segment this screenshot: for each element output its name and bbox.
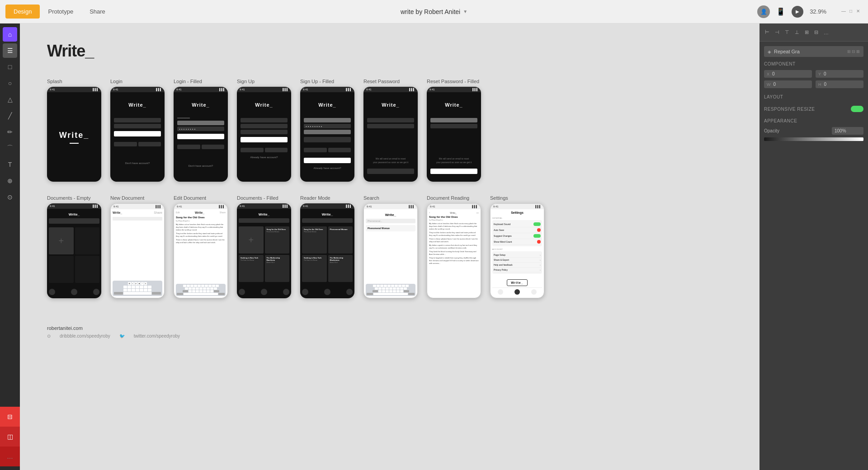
play-button[interactable]: ▶	[792, 6, 803, 18]
phone-reset: 9:41▌▌▌ Write_ We will send an email to …	[363, 87, 418, 182]
screen-label-signup-filled: Sign Up - Filled	[300, 79, 354, 84]
rp-align-right[interactable]: ⊤	[783, 28, 791, 36]
screen-edit-doc: Edit Document 9:41▌▌▌ Edit Write_ Share …	[174, 195, 228, 298]
rp-btn-2[interactable]: ⊟	[852, 49, 855, 54]
maximize-button[interactable]: □	[847, 7, 854, 14]
rp-align-left[interactable]: ⊢	[763, 28, 771, 36]
line-icon[interactable]: ╱	[3, 108, 17, 123]
circle-icon[interactable]: ○	[3, 76, 17, 90]
text-icon[interactable]: T	[3, 157, 17, 172]
screen-reset-password: Reset Password 9:41▌▌▌ Write_ We will se…	[363, 79, 418, 182]
screen-reset-filled: Reset Password - Filled 9:41▌▌▌ Write_ W…	[427, 79, 481, 182]
opacity-slider[interactable]	[764, 137, 863, 141]
layout-title: LAYOUT	[764, 94, 863, 99]
right-panel: ⊢ ⊣ ⊤ ⊥ ⊞ ⊟ … ◈ Repeat Gra ⊞ ⊟ ⊠ COMPONE…	[760, 24, 868, 470]
screen-doc-reading: Document Reading 9:41▌▌▌ ‹ Write_ ••• So…	[427, 195, 481, 298]
minimize-button[interactable]: —	[840, 7, 847, 14]
prototype-tab[interactable]: Prototype	[40, 5, 81, 19]
screen-new-doc: New Document 9:41▌▌▌ Write_ Share	[110, 195, 165, 298]
screens-row-2: Documents - Empty 9:41▌▌▌ Write_ +	[47, 195, 732, 298]
layout-section: LAYOUT	[764, 94, 863, 99]
share-tab[interactable]: Share	[81, 5, 113, 19]
page-title: Write_	[47, 42, 732, 61]
footer-twitter-link[interactable]: twitter.com/speedyroby	[134, 334, 180, 338]
opacity-label: Opacity	[764, 128, 779, 133]
responsive-resize-section: RESPONSIVE RESIZE	[764, 106, 863, 112]
footer-website: robertanitei.com	[47, 325, 732, 331]
phone-login-filled: 9:41▌▌▌ Write_ •••••••••••••••• ••••••••	[174, 87, 228, 182]
screen-label-reader: Reader Mode	[300, 195, 354, 201]
screen-label-docs-empty: Documents - Empty	[47, 195, 101, 201]
home-icon[interactable]: ⌂	[3, 27, 17, 42]
rectangle-icon[interactable]: □	[3, 60, 17, 74]
screens-row-1: Splash 9:41▌▌▌ Write_ Login	[47, 79, 732, 182]
layers-icon[interactable]: ☰	[3, 43, 17, 58]
screen-settings: Settings 9:41▌▌▌ Settings General Keyboa…	[490, 195, 544, 298]
h-field[interactable]: H0	[816, 80, 863, 88]
component-icon[interactable]: ⊕	[3, 174, 17, 188]
mobile-preview-icon[interactable]: 📱	[776, 7, 785, 16]
rp-distribute-h[interactable]: ⊞	[803, 28, 811, 36]
component-title: COMPONENT	[764, 61, 863, 66]
rp-align-top[interactable]: ⊥	[793, 28, 801, 36]
phone-docs-filled: 9:41▌▌▌ Write_ + Song for the Old Ones P…	[237, 203, 291, 298]
footer-links: ⊙ dribbble.com/speedyroby 🐦 twitter.com/…	[47, 334, 732, 338]
y-field[interactable]: Y0	[816, 70, 863, 78]
screen-signup-filled: Sign Up - Filled 9:41▌▌▌ Write_ ••••••••	[300, 79, 354, 182]
project-title: write by Robert Anitei	[401, 8, 460, 15]
appearance-title: APPEARANCE	[764, 118, 863, 123]
screen-label-reset: Reset Password	[363, 79, 418, 84]
rp-btn-1[interactable]: ⊞	[847, 49, 851, 54]
screen-label-login-filled: Login - Filled	[174, 79, 228, 84]
screen-label-search: Search	[363, 195, 418, 201]
phone-edit-doc: 9:41▌▌▌ Edit Write_ Share Song for the O…	[174, 203, 228, 298]
screen-label-new-doc: New Document	[110, 195, 165, 201]
repeat-gradient-section: ◈ Repeat Gra ⊞ ⊟ ⊠	[764, 46, 863, 57]
design-tab[interactable]: Design	[5, 5, 40, 19]
opacity-field[interactable]: 100%	[832, 127, 863, 135]
rp-btn-3[interactable]: ⊠	[856, 49, 860, 54]
curve-icon[interactable]: ⌒	[3, 141, 17, 155]
canvas-area[interactable]: Write_ Splash 9:41▌▌▌ Write_	[20, 24, 760, 470]
screen-signup: Sign Up 9:41▌▌▌ Write_	[237, 79, 291, 182]
user-icon[interactable]: 👤	[757, 5, 770, 18]
phone-login: 9:41▌▌▌ Write_	[110, 87, 165, 182]
screen-label-edit-doc: Edit Document	[174, 195, 228, 201]
red-panel-3[interactable]: …	[0, 446, 20, 466]
top-bar: — □ ✕ Design Prototype Share write by Ro…	[0, 0, 868, 24]
y-label: Y	[818, 72, 821, 76]
screen-login: Login 9:41▌▌▌ Write_	[110, 79, 165, 182]
phone-reset-filled: 9:41▌▌▌ Write_ We will send an email to …	[427, 87, 481, 182]
screen-docs-empty: Documents - Empty 9:41▌▌▌ Write_ +	[47, 195, 101, 298]
red-panel-1[interactable]: ⊟	[0, 407, 20, 427]
search-icon[interactable]: ⊙	[3, 190, 17, 204]
component-section: COMPONENT X0 Y0 W0 H0	[764, 61, 863, 88]
h-label: H	[818, 82, 821, 87]
phone-reader: 9:41▌▌▌ Write_ Song for the Old Ones Phe…	[300, 203, 354, 298]
screen-label-splash: Splash	[47, 79, 101, 84]
x-label: X	[767, 72, 769, 76]
phone-settings: 9:41▌▌▌ Settings General Keyboard Sound …	[490, 203, 544, 298]
rp-distribute-v[interactable]: ⊟	[812, 28, 820, 36]
red-panel-2[interactable]: ◫	[0, 427, 20, 446]
phone-splash: 9:41▌▌▌ Write_	[47, 87, 101, 182]
responsive-resize-title: RESPONSIVE RESIZE	[764, 107, 815, 112]
triangle-icon[interactable]: △	[3, 92, 17, 107]
top-nav: Design Prototype Share	[5, 5, 113, 19]
appearance-section: APPEARANCE Opacity 100%	[764, 118, 863, 141]
w-field[interactable]: W0	[764, 80, 812, 88]
footer-dribbble-link[interactable]: dribbble.com/speedyroby	[60, 334, 110, 338]
footer-twitter-icon: 🐦	[119, 334, 125, 338]
screen-label-docs-filled: Documents - Filled	[237, 195, 291, 201]
screen-splash: Splash 9:41▌▌▌ Write_	[47, 79, 101, 182]
responsive-resize-toggle[interactable]	[851, 106, 863, 112]
screen-login-filled: Login - Filled 9:41▌▌▌ Write_ ••••••••••…	[174, 79, 228, 182]
dropdown-arrow-icon[interactable]: ▼	[463, 9, 467, 14]
x-field[interactable]: X0	[764, 70, 812, 78]
close-button[interactable]: ✕	[854, 7, 862, 14]
left-sidebar: ⌂ ☰ □ ○ △ ╱ ✏ ⌒ T ⊕ ⊙ ⊟ ◫ …	[0, 24, 20, 470]
rp-more[interactable]: …	[822, 29, 830, 36]
pen-icon[interactable]: ✏	[3, 125, 17, 139]
right-panel-toolbar: ⊢ ⊣ ⊤ ⊥ ⊞ ⊟ …	[760, 24, 868, 42]
rp-align-center[interactable]: ⊣	[773, 28, 781, 36]
